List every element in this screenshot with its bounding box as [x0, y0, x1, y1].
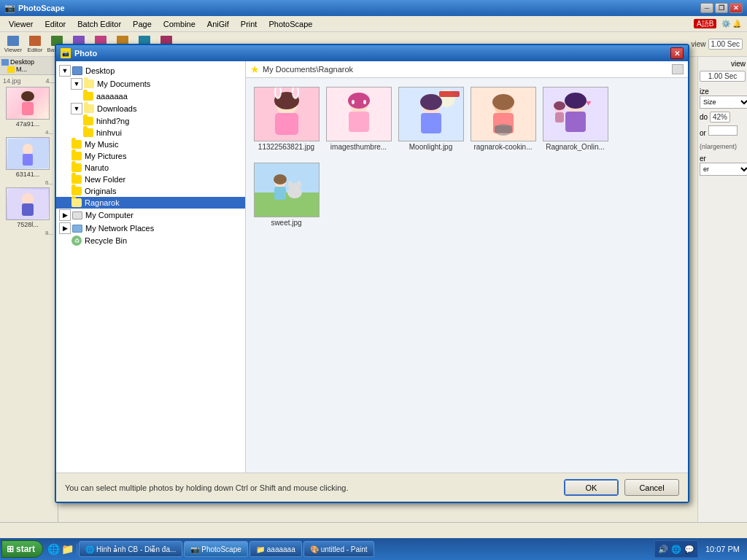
- tray-volume-icon[interactable]: 🔊: [658, 545, 668, 554]
- svg-point-38: [565, 93, 587, 109]
- tree-item-mymusic[interactable]: My Music: [56, 139, 245, 150]
- taskbar-item-photoscape[interactable]: 📷 PhotoScape: [184, 541, 248, 557]
- tree-expand-downloads[interactable]: ▼: [71, 103, 82, 114]
- taskbar-photoscape-icon: 📷: [190, 545, 199, 553]
- tree-item-desktop[interactable]: ▼ Desktop: [56, 64, 245, 77]
- taskbar-item-aaaaaaa[interactable]: 📁 aaaaaaa: [249, 541, 302, 557]
- tree-expand-mydoc[interactable]: ▼: [71, 78, 82, 90]
- thumb-item-2[interactable]: 63141...: [1, 137, 54, 178]
- er-select[interactable]: er: [700, 163, 747, 176]
- close-button[interactable]: ✕: [729, 3, 743, 13]
- tree-item-downloads[interactable]: ▼ Downloads: [56, 102, 245, 115]
- thumb-item-3[interactable]: 7528l...: [1, 187, 54, 228]
- ql-ie-icon[interactable]: 🌐: [47, 543, 60, 555]
- tree-label-recyclebin: Recycle Bin: [85, 236, 127, 245]
- svg-rect-11: [275, 113, 298, 135]
- mydocs-nav[interactable]: M...: [7, 66, 56, 73]
- tree-item-hinhd[interactable]: hinhd?ng: [56, 115, 245, 127]
- photo-item-5[interactable]: ♥ Ragnarok_Onlin...: [541, 84, 610, 154]
- svg-point-4: [23, 144, 33, 155]
- menu-viewer[interactable]: Viewer: [3, 18, 39, 30]
- tree-item-networkplaces[interactable]: ▶ My Network Places: [56, 222, 245, 235]
- photo-item-1[interactable]: 11322563821.jpg: [252, 84, 321, 154]
- svg-point-32: [492, 94, 514, 110]
- photo-label-3: Moonlight.jpg: [409, 143, 452, 151]
- newfolder-folder-icon: [71, 174, 82, 184]
- photo-thumb-4: [471, 87, 536, 141]
- ok-button[interactable]: OK: [564, 479, 619, 496]
- taskbar-forum-icon: 🌐: [85, 545, 94, 553]
- restore-button[interactable]: ❐: [715, 3, 728, 13]
- thumb-img-3: [6, 187, 50, 220]
- toolbar-editor-btn[interactable]: Editor: [25, 34, 45, 55]
- photo-thumb-2: [326, 87, 392, 141]
- dialog-title-text: Photo: [74, 49, 670, 58]
- thumb-svg-1: [8, 89, 48, 118]
- toolbar-viewer-btn[interactable]: Viewer: [3, 34, 23, 55]
- star-icon: ★: [250, 63, 260, 75]
- svg-rect-28: [439, 91, 460, 97]
- tray-network-icon[interactable]: 🌐: [671, 545, 681, 554]
- tree-item-originals[interactable]: Originals: [56, 185, 245, 197]
- minimize-button[interactable]: ─: [700, 3, 713, 13]
- taskbar-clock: 10:07 PM: [700, 545, 746, 553]
- cancel-button[interactable]: Cancel: [624, 479, 679, 496]
- menu-anigif[interactable]: AniGif: [201, 18, 235, 30]
- tree-item-mycomputer[interactable]: ▶ My Computer: [56, 209, 245, 222]
- mydocs-nav-icon: [7, 66, 15, 73]
- tree-panel: ▼ Desktop ▼ My Documents aaaaaaa: [56, 61, 246, 472]
- desktop-nav[interactable]: Desktop: [1, 58, 56, 66]
- menu-combine[interactable]: Combine: [158, 18, 201, 30]
- tree-expand-mycomputer[interactable]: ▶: [59, 209, 71, 221]
- taskbar-item-forum[interactable]: 🌐 Hinh ảnh CB - Diễn đa...: [79, 541, 182, 557]
- photo-thumb-5: ♥: [543, 87, 608, 141]
- app-menubar: Viewer Editor Batch Editor Page Combine …: [0, 16, 747, 32]
- menu-photoscape[interactable]: PhotoScape: [263, 18, 318, 30]
- start-button[interactable]: ⊞ start: [1, 540, 43, 558]
- taskbar-item-paint[interactable]: 🎨 untitled - Paint: [303, 541, 374, 557]
- size-select[interactable]: Size: [700, 96, 747, 109]
- ql-folder-icon[interactable]: 📁: [61, 543, 74, 555]
- thumb-item-1[interactable]: 47a91...: [1, 87, 54, 128]
- tree-item-mydocuments[interactable]: ▼ My Documents: [56, 77, 245, 90]
- svg-point-51: [288, 181, 293, 188]
- tree-item-mypictures[interactable]: My Pictures: [56, 150, 245, 162]
- tree-expand-network[interactable]: ▶: [59, 222, 71, 234]
- svg-rect-19: [349, 112, 369, 132]
- originals-folder-icon: [71, 186, 82, 196]
- photo-svg-4: [471, 88, 535, 141]
- dialog-close-button[interactable]: ✕: [670, 47, 684, 59]
- tree-label-originals: Originals: [85, 187, 116, 195]
- thumb-svg-2: [8, 139, 48, 168]
- photo-grid: 11322563821.jpg: [246, 78, 688, 472]
- menu-batch-editor[interactable]: Batch Editor: [71, 18, 127, 30]
- menu-print[interactable]: Print: [235, 18, 263, 30]
- photo-item-2[interactable]: imagesthumbre...: [324, 84, 393, 154]
- tree-item-naruto[interactable]: Naruto: [56, 162, 245, 174]
- photo-svg-2: [327, 88, 391, 141]
- tree-item-newfolder[interactable]: New Folder: [56, 174, 245, 185]
- svg-rect-45: [255, 192, 319, 217]
- path-scrollbar[interactable]: [672, 64, 684, 74]
- tree-expand-desktop[interactable]: ▼: [59, 65, 71, 77]
- svg-point-22: [363, 100, 366, 104]
- quick-launch: 🌐 📁: [44, 543, 77, 555]
- tray-msg-icon[interactable]: 💬: [684, 545, 694, 554]
- sec-display: 1.00 Sec: [700, 71, 746, 82]
- photo-item-3[interactable]: Moonlight.jpg: [396, 84, 465, 154]
- menu-page[interactable]: Page: [127, 18, 158, 30]
- or-input[interactable]: [708, 125, 738, 136]
- photo-item-6[interactable]: sweet.jpg: [252, 160, 321, 230]
- tree-item-recyclebin[interactable]: ♻ Recycle Bin: [56, 235, 245, 246]
- tree-item-hinhvui[interactable]: hinhvui: [56, 127, 245, 139]
- network-icon: [71, 223, 83, 233]
- percent-value: 42%: [710, 112, 730, 122]
- thumb-label-4x: 4...: [45, 77, 55, 85]
- tree-item-ragnarok[interactable]: Ragnarok: [56, 197, 245, 209]
- menu-editor[interactable]: Editor: [39, 18, 71, 30]
- svg-rect-47: [274, 187, 286, 200]
- photo-item-4[interactable]: ragnarok-cookin...: [468, 84, 538, 154]
- tree-item-aaaaaaa[interactable]: aaaaaaa: [56, 90, 245, 102]
- svg-point-21: [352, 100, 355, 104]
- dialog-title-icon: 📷: [61, 48, 71, 58]
